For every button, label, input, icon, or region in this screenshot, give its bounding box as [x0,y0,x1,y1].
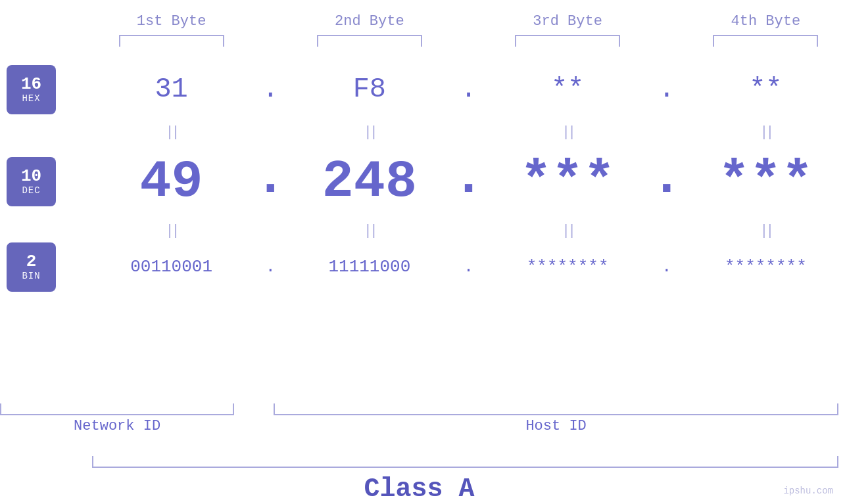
network-bracket [0,403,234,415]
byte2-column: 2nd Byte [290,13,448,47]
byte2-label: 2nd Byte [335,13,404,30]
dec-row: 10 DEC 49 . 248 . *** . *** [92,145,845,218]
header-row: 1st Byte 2nd Byte 3rd Byte 4th Byte [0,13,845,47]
byte4-bracket [713,35,818,47]
bottom-section: Network ID Host ID [0,403,845,443]
dec-badge: 10 DEC [7,157,56,206]
hex-dot1: . [262,74,279,105]
byte2-bracket [317,35,422,47]
byte4-column: 4th Byte [687,13,845,47]
hex-badge: 16 HEX [7,65,56,114]
dec-dot1: . [254,152,286,211]
watermark: ipshu.com [783,486,833,496]
content-area: 16 HEX 31 . F8 . ** . ** || || [0,47,845,400]
equals-row-1: || || || || [92,119,845,145]
hex-dot3: . [658,74,675,105]
bin-row: 2 BIN 00110001 . 11111000 . ******** . *… [92,244,845,290]
dec-byte4: *** [687,152,845,212]
byte1-label: 1st Byte [137,13,206,30]
byte3-column: 3rd Byte [489,13,647,47]
bin-byte1: 00110001 [92,257,251,277]
dec-byte3: *** [489,152,647,212]
bin-byte2: 11111000 [290,257,448,277]
byte3-bracket [515,35,620,47]
hex-dot2: . [460,74,477,105]
network-id-label: Network ID [0,418,234,434]
bin-badge: 2 BIN [7,242,56,292]
hex-byte3: ** [489,74,647,105]
dec-byte1: 49 [92,152,251,212]
class-section: Class A [0,456,845,504]
bin-byte4: ******** [687,257,845,277]
byte1-column: 1st Byte [92,13,251,47]
hex-byte2: F8 [290,74,448,105]
host-bracket [274,403,838,415]
hex-byte4: ** [687,74,845,105]
dec-dot3: . [651,152,683,211]
byte3-label: 3rd Byte [533,13,602,30]
byte1-bracket [119,35,224,47]
bin-dot3: . [662,257,672,277]
bin-dot2: . [464,257,474,277]
bin-dot1: . [265,257,276,277]
dec-byte2: 248 [290,152,448,212]
hex-row: 16 HEX 31 . F8 . ** . ** [92,60,845,119]
bin-byte3: ******** [489,257,647,277]
dec-dot2: . [452,152,484,211]
host-id-label: Host ID [274,418,838,434]
class-bracket [92,456,838,468]
hex-byte1: 31 [92,74,251,105]
class-label: Class A [92,474,746,504]
main-container: 1st Byte 2nd Byte 3rd Byte 4th Byte 16 H… [0,0,845,504]
equals-row-2: || || || || [92,218,845,244]
byte4-label: 4th Byte [731,13,801,30]
